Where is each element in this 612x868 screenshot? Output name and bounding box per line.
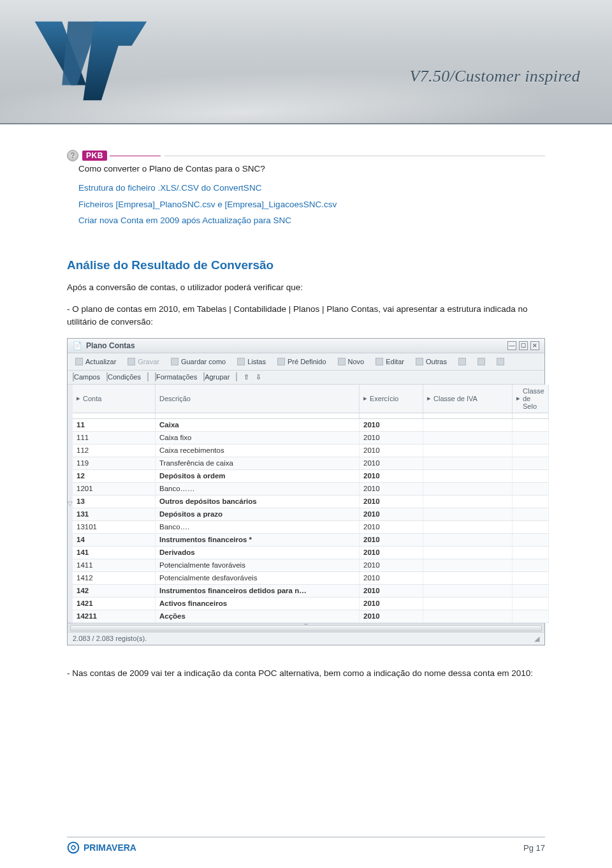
table-row[interactable]: 14211Acções2010 [73, 610, 549, 623]
toolbar-button[interactable] [494, 357, 507, 367]
table-row[interactable]: 14Instrumentos financeiros *2010 [73, 534, 549, 547]
table-cell: Caixa recebimentos [156, 445, 360, 457]
collapse-icon [236, 372, 237, 381]
minimize-button[interactable]: — [507, 341, 516, 350]
table-cell: 2010 [360, 457, 423, 469]
table-cell: 13101 [73, 521, 156, 533]
table-cell [513, 559, 549, 571]
contract-button[interactable]: ⇩ [256, 373, 261, 381]
scroll-thumb[interactable] [70, 625, 542, 631]
table-row[interactable]: 13101Banco….2010 [73, 521, 549, 534]
v7-logo-icon [29, 11, 150, 113]
toc: Estrutura do ficheiro .XLS/.CSV do Conve… [78, 180, 545, 229]
column-header[interactable]: ▸ Classe de Selo [513, 385, 549, 413]
h-scrollbar[interactable]: Ⅲ [68, 623, 544, 632]
table-body: 11Caixa2010111Caixa fixo2010112Caixa rec… [73, 419, 549, 623]
table-cell: 2010 [360, 470, 423, 482]
filter-cell[interactable] [513, 413, 549, 418]
filter-cell[interactable] [423, 413, 513, 418]
edit-icon [375, 358, 383, 365]
table-row[interactable]: 12Depósitos à ordem2010 [73, 470, 549, 483]
paragraph: - Nas contas de 2009 vai ter a indicação… [67, 667, 545, 680]
table-row[interactable]: 131Depósitos a prazo2010 [73, 508, 549, 521]
toolbar-button: Gravar [125, 357, 162, 367]
pkb-badge: PKB [82, 151, 107, 161]
header-banner: V7.50/Customer inspired [0, 0, 612, 124]
table-row[interactable]: 111Caixa fixo2010 [73, 432, 549, 445]
column-header[interactable]: Descrição [156, 385, 360, 413]
table-cell [513, 419, 549, 431]
table-row[interactable]: 1412Potencialmente desfavoráveis2010 [73, 572, 549, 585]
table-cell: 14211 [73, 610, 156, 622]
toolbar-button[interactable]: Listas [235, 357, 268, 367]
table-cell [423, 445, 513, 457]
table-row[interactable]: 119Transferência de caixa2010 [73, 457, 549, 470]
table-row[interactable]: 1421Activos financeiros2010 [73, 598, 549, 610]
table-cell: Potencialmente favoráveis [156, 559, 360, 571]
app-window: 📄 Plano Contas — ☐ ✕ Actualizar Gravar G… [67, 338, 545, 645]
table-cell: Activos financeiros [156, 598, 360, 610]
table-cell: Caixa [156, 419, 360, 431]
table-cell [513, 457, 549, 469]
toc-link[interactable]: Estrutura do ficheiro .XLS/.CSV do Conve… [78, 183, 261, 193]
table-cell: Banco…. [156, 521, 360, 533]
toolbar-button[interactable]: Campos [73, 373, 100, 381]
window-titlebar: 📄 Plano Contas — ☐ ✕ [68, 339, 544, 353]
toolbar-button[interactable]: Novo [335, 357, 367, 367]
toolbar-button[interactable] [147, 373, 149, 381]
svg-point-0 [68, 842, 79, 853]
column-header[interactable]: ▸ Conta [73, 385, 156, 413]
filter-cell[interactable] [360, 413, 423, 418]
collapse-button[interactable] [236, 373, 237, 381]
toolbar-button[interactable]: Editar [373, 357, 407, 367]
doc-icon: 📄 [73, 341, 82, 350]
toolbar-button[interactable]: Agrupar [203, 373, 229, 381]
toolbar-button[interactable]: Condições [106, 373, 141, 381]
filter-cell[interactable] [156, 413, 360, 418]
table-cell: 119 [73, 457, 156, 469]
table-row[interactable]: 1411Potencialmente favoráveis2010 [73, 559, 549, 572]
table-cell: 1411 [73, 559, 156, 571]
table-cell: Derivados [156, 547, 360, 559]
wizard-icon [458, 358, 466, 365]
tagline: V7.50/Customer inspired [410, 67, 580, 86]
toc-link[interactable]: Ficheiros [Empresa]_PlanoSNC.csv e [Empr… [78, 200, 337, 209]
column-header[interactable]: ▸ Classe de IVA [423, 385, 513, 413]
divider [110, 156, 161, 156]
table-cell: 2010 [360, 559, 423, 571]
expand-button[interactable]: ⇧ [244, 373, 249, 381]
maximize-button[interactable]: ☐ [519, 341, 528, 350]
table-cell: 141 [73, 547, 156, 559]
toolbar-button[interactable]: Actualizar [73, 357, 119, 367]
resize-handle[interactable]: ◢ [534, 635, 539, 643]
divider [164, 156, 545, 156]
table-cell [513, 496, 549, 508]
toolbar-button[interactable]: Pré Definido [275, 357, 329, 367]
toolbar-button[interactable] [456, 357, 469, 367]
toolbar-button[interactable]: Outras [413, 357, 449, 367]
table-row[interactable]: 1201Banco……2010 [73, 483, 549, 496]
table-cell [513, 521, 549, 533]
window-title: Plano Contas [86, 341, 135, 350]
table-row[interactable]: 142Instrumentos financeiros detidos para… [73, 585, 549, 598]
table-cell: 13 [73, 496, 156, 508]
column-headers: ▸ Conta Descrição ▸ Exercício ▸ Classe d… [73, 385, 549, 413]
info-icon: ? [67, 150, 78, 161]
page-content: ? PKB Como converter o Plano de Contas p… [0, 124, 612, 680]
table-cell: 2010 [360, 610, 423, 622]
table-row[interactable]: 141Derivados2010 [73, 547, 549, 559]
filter-cell[interactable] [73, 413, 156, 418]
table-row[interactable]: 13Outros depósitos bancários2010 [73, 496, 549, 508]
toolbar-button[interactable] [475, 357, 488, 367]
table-cell: 2010 [360, 572, 423, 584]
toolbar-button[interactable]: Guardar como [168, 357, 228, 367]
table-cell: Potencialmente desfavoráveis [156, 572, 360, 584]
toc-link[interactable]: Criar nova Conta em 2009 após Actualizaç… [78, 216, 291, 225]
table-row[interactable]: 11Caixa2010 [73, 419, 549, 432]
table-row[interactable]: 112Caixa recebimentos2010 [73, 445, 549, 457]
column-header[interactable]: ▸ Exercício [360, 385, 423, 413]
close-button[interactable]: ✕ [530, 341, 539, 350]
toolbar-button[interactable]: Formatações [155, 373, 197, 381]
table-cell [423, 521, 513, 533]
table-cell [423, 547, 513, 559]
